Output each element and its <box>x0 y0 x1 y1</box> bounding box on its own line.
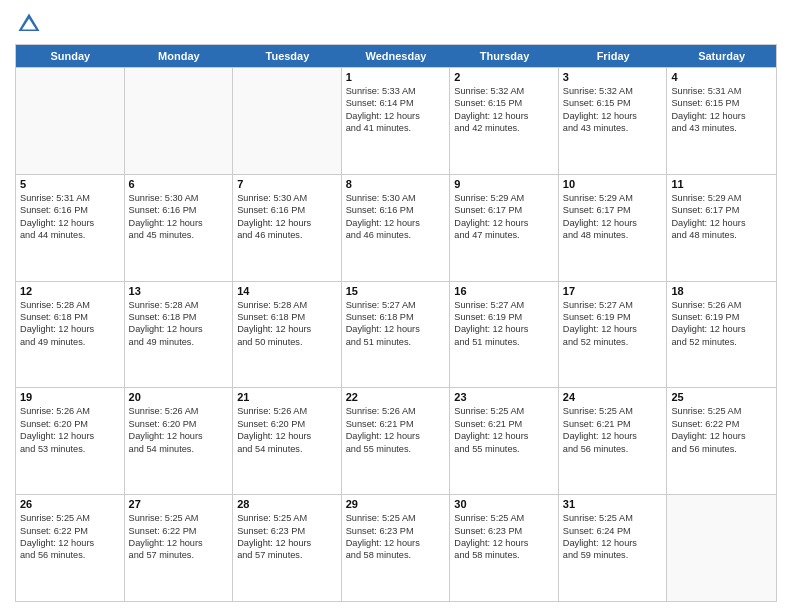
weekday-header-friday: Friday <box>559 45 668 67</box>
cell-info: Daylight: 12 hours <box>237 217 337 229</box>
weekday-header-saturday: Saturday <box>667 45 776 67</box>
cell-info: and 50 minutes. <box>237 336 337 348</box>
cell-info: Sunset: 6:23 PM <box>346 525 446 537</box>
cal-cell: 18Sunrise: 5:26 AMSunset: 6:19 PMDayligh… <box>667 282 776 388</box>
cal-cell: 22Sunrise: 5:26 AMSunset: 6:21 PMDayligh… <box>342 388 451 494</box>
cell-info: Daylight: 12 hours <box>237 430 337 442</box>
cell-info: Daylight: 12 hours <box>454 323 554 335</box>
cal-cell: 2Sunrise: 5:32 AMSunset: 6:15 PMDaylight… <box>450 68 559 174</box>
cell-info: Sunrise: 5:27 AM <box>563 299 663 311</box>
cal-cell <box>233 68 342 174</box>
cell-info: and 41 minutes. <box>346 122 446 134</box>
cell-info: Daylight: 12 hours <box>346 323 446 335</box>
cell-info: Sunrise: 5:30 AM <box>346 192 446 204</box>
cell-info: and 49 minutes. <box>129 336 229 348</box>
cell-info: and 56 minutes. <box>671 443 772 455</box>
cell-info: Daylight: 12 hours <box>129 537 229 549</box>
cell-info: and 48 minutes. <box>671 229 772 241</box>
day-number: 6 <box>129 178 229 190</box>
cell-info: Sunset: 6:17 PM <box>671 204 772 216</box>
cal-cell: 10Sunrise: 5:29 AMSunset: 6:17 PMDayligh… <box>559 175 668 281</box>
cell-info: and 51 minutes. <box>346 336 446 348</box>
cell-info: Sunrise: 5:26 AM <box>671 299 772 311</box>
cell-info: Sunset: 6:15 PM <box>454 97 554 109</box>
cal-cell: 17Sunrise: 5:27 AMSunset: 6:19 PMDayligh… <box>559 282 668 388</box>
cell-info: and 47 minutes. <box>454 229 554 241</box>
cell-info: Sunset: 6:18 PM <box>237 311 337 323</box>
cell-info: Daylight: 12 hours <box>237 537 337 549</box>
day-number: 16 <box>454 285 554 297</box>
cell-info: Sunrise: 5:29 AM <box>563 192 663 204</box>
cell-info: Sunrise: 5:25 AM <box>563 405 663 417</box>
cell-info: Sunset: 6:18 PM <box>129 311 229 323</box>
cell-info: Sunset: 6:24 PM <box>563 525 663 537</box>
cell-info: Sunset: 6:18 PM <box>346 311 446 323</box>
cell-info: and 57 minutes. <box>129 549 229 561</box>
cell-info: Sunrise: 5:26 AM <box>237 405 337 417</box>
day-number: 24 <box>563 391 663 403</box>
cell-info: Sunrise: 5:31 AM <box>20 192 120 204</box>
cell-info: Sunrise: 5:25 AM <box>129 512 229 524</box>
day-number: 29 <box>346 498 446 510</box>
calendar-row-4: 19Sunrise: 5:26 AMSunset: 6:20 PMDayligh… <box>16 387 776 494</box>
cell-info: Sunrise: 5:25 AM <box>563 512 663 524</box>
cell-info: Daylight: 12 hours <box>563 217 663 229</box>
cell-info: Daylight: 12 hours <box>454 217 554 229</box>
cell-info: Sunset: 6:20 PM <box>20 418 120 430</box>
cell-info: Sunrise: 5:27 AM <box>346 299 446 311</box>
cal-cell: 9Sunrise: 5:29 AMSunset: 6:17 PMDaylight… <box>450 175 559 281</box>
cell-info: Daylight: 12 hours <box>563 323 663 335</box>
cell-info: Daylight: 12 hours <box>671 217 772 229</box>
day-number: 23 <box>454 391 554 403</box>
cell-info: Sunset: 6:20 PM <box>237 418 337 430</box>
cell-info: Sunrise: 5:32 AM <box>454 85 554 97</box>
cell-info: Daylight: 12 hours <box>563 537 663 549</box>
calendar-header: SundayMondayTuesdayWednesdayThursdayFrid… <box>16 45 776 67</box>
day-number: 26 <box>20 498 120 510</box>
cal-cell: 13Sunrise: 5:28 AMSunset: 6:18 PMDayligh… <box>125 282 234 388</box>
cell-info: Daylight: 12 hours <box>20 537 120 549</box>
cell-info: and 56 minutes. <box>563 443 663 455</box>
cell-info: Sunrise: 5:33 AM <box>346 85 446 97</box>
cell-info: Daylight: 12 hours <box>20 217 120 229</box>
cell-info: Sunrise: 5:28 AM <box>237 299 337 311</box>
cell-info: Sunset: 6:19 PM <box>454 311 554 323</box>
cell-info: Daylight: 12 hours <box>671 323 772 335</box>
cell-info: Sunset: 6:18 PM <box>20 311 120 323</box>
day-number: 18 <box>671 285 772 297</box>
day-number: 27 <box>129 498 229 510</box>
calendar-row-1: 1Sunrise: 5:33 AMSunset: 6:14 PMDaylight… <box>16 67 776 174</box>
cell-info: Sunrise: 5:29 AM <box>454 192 554 204</box>
cell-info: Daylight: 12 hours <box>454 110 554 122</box>
cell-info: Sunset: 6:23 PM <box>454 525 554 537</box>
cell-info: and 51 minutes. <box>454 336 554 348</box>
cal-cell: 1Sunrise: 5:33 AMSunset: 6:14 PMDaylight… <box>342 68 451 174</box>
day-number: 3 <box>563 71 663 83</box>
cell-info: Daylight: 12 hours <box>346 217 446 229</box>
cell-info: Sunrise: 5:32 AM <box>563 85 663 97</box>
cell-info: Sunrise: 5:25 AM <box>671 405 772 417</box>
cal-cell: 11Sunrise: 5:29 AMSunset: 6:17 PMDayligh… <box>667 175 776 281</box>
cell-info: Daylight: 12 hours <box>129 217 229 229</box>
day-number: 28 <box>237 498 337 510</box>
day-number: 17 <box>563 285 663 297</box>
cal-cell: 21Sunrise: 5:26 AMSunset: 6:20 PMDayligh… <box>233 388 342 494</box>
cal-cell: 24Sunrise: 5:25 AMSunset: 6:21 PMDayligh… <box>559 388 668 494</box>
day-number: 22 <box>346 391 446 403</box>
page: SundayMondayTuesdayWednesdayThursdayFrid… <box>0 0 792 612</box>
weekday-header-wednesday: Wednesday <box>342 45 451 67</box>
header <box>15 10 777 38</box>
cell-info: and 49 minutes. <box>20 336 120 348</box>
cal-cell: 27Sunrise: 5:25 AMSunset: 6:22 PMDayligh… <box>125 495 234 601</box>
cell-info: and 48 minutes. <box>563 229 663 241</box>
cell-info: Sunset: 6:16 PM <box>129 204 229 216</box>
day-number: 8 <box>346 178 446 190</box>
weekday-header-monday: Monday <box>125 45 234 67</box>
cell-info: Sunset: 6:20 PM <box>129 418 229 430</box>
cell-info: Sunrise: 5:26 AM <box>129 405 229 417</box>
cell-info: and 59 minutes. <box>563 549 663 561</box>
cell-info: Sunset: 6:19 PM <box>671 311 772 323</box>
cell-info: Sunrise: 5:26 AM <box>346 405 446 417</box>
cal-cell: 23Sunrise: 5:25 AMSunset: 6:21 PMDayligh… <box>450 388 559 494</box>
logo-icon <box>15 10 43 38</box>
